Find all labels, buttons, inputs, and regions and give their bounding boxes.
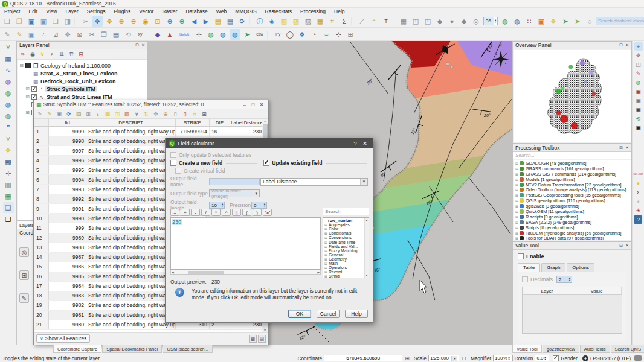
lock-scale-icon[interactable]: ⊓ [460, 354, 468, 362]
heatmap-icon[interactable]: ▣ [536, 16, 547, 27]
show-all-features-button[interactable]: ⊽ Show All Features [36, 334, 90, 343]
cell-fid[interactable]: 9987 [49, 253, 86, 262]
move-feature-icon[interactable]: ✥ [62, 29, 73, 40]
toggle-editing-icon[interactable]: ✎ [14, 29, 25, 40]
cell-descript[interactable]: Strike and dip of bedding, right way up [86, 214, 176, 223]
create-new-field-checkbox[interactable] [170, 160, 176, 166]
function-group[interactable]: ⊞ Geometry [324, 257, 369, 261]
cell-descript[interactable]: Strike and dip of bedding, right way up [86, 165, 176, 174]
copy-features-icon[interactable]: ❐ [98, 29, 109, 40]
dock-tab[interactable]: Spatial Bookmarks Panel [102, 345, 162, 353]
column-header[interactable]: DESCRIPT [86, 119, 176, 126]
crs-label[interactable]: EPSG:2157 (OTF) [590, 355, 631, 361]
expand-icon[interactable]: ⊞ [515, 231, 518, 235]
horizontal-scrollbar[interactable]: ◀ ▶ [170, 270, 321, 275]
cell-fid[interactable]: 9999 [49, 127, 86, 136]
statistical-summary-icon[interactable]: Σ [339, 16, 350, 27]
add-mssql-layer-icon[interactable]: ▩ [3, 156, 14, 167]
layer-item[interactable]: ▦ Strat_&_Struc_Lines_Lexicon [19, 69, 147, 77]
expand-icon[interactable]: ⊞ [515, 161, 518, 165]
table-view-toggle-icon[interactable]: ▦ [249, 335, 257, 343]
function-list-scrollbar[interactable]: ▲ ▼ [364, 218, 369, 278]
row-number[interactable]: 21 [34, 320, 49, 329]
camera-black-icon[interactable]: ▣ [634, 124, 643, 132]
table-select-all-icon[interactable]: ▦ [103, 110, 112, 118]
osm-circle-icon[interactable]: ◯ [285, 29, 295, 40]
attribute-table-titlebar[interactable]: ▦ Struc Symbols ITM :: Features total: 1… [34, 100, 268, 109]
expand-icon[interactable]: ⊞ [515, 215, 518, 219]
help-icon[interactable]: ? [350, 141, 360, 147]
zoom-in-icon[interactable]: ⊕ [116, 16, 127, 27]
cell-descript[interactable]: Strike and dip of bedding, right way up [86, 175, 176, 184]
menu-item[interactable]: Plugins [109, 8, 135, 14]
table-reload-icon[interactable]: ⟳ [65, 110, 73, 118]
composer-manager-icon[interactable]: ◨ [62, 16, 73, 27]
table-select-expression-icon[interactable]: ε [94, 110, 102, 118]
dock-tab[interactable]: Search QMS [611, 345, 644, 353]
expand-icon[interactable]: ⊞ [515, 198, 518, 203]
decoration-copyright-icon[interactable]: ◳ [410, 16, 421, 27]
scrollbar-thumb[interactable] [188, 271, 224, 274]
row-number[interactable]: 16 [34, 272, 49, 281]
row-number[interactable]: 12 [34, 233, 49, 243]
function-group[interactable]: ⊞ Fields and Val... [324, 244, 369, 249]
menu-item[interactable]: View [42, 8, 61, 14]
column-header[interactable]: DIP [210, 119, 230, 126]
add-quote-layer-icon[interactable]: ❞ [3, 122, 14, 133]
cell-fid[interactable]: 9996 [49, 156, 86, 165]
select-features-icon[interactable]: ▨ [279, 16, 289, 27]
expand-icon[interactable]: ⊞ [25, 94, 30, 100]
layer-name[interactable]: Strat and Struc Lines ITM [45, 94, 114, 100]
float-panel-icon[interactable]: ⊡ [619, 43, 623, 48]
column-header[interactable]: STRIKE [176, 119, 210, 126]
zoom-to-selection-icon[interactable]: ⊕ [164, 16, 175, 27]
cell-fid[interactable]: 9994 [49, 175, 86, 184]
zoom-last-icon[interactable]: ◀ [188, 16, 199, 27]
help-plugin-icon[interactable]: ? [634, 215, 642, 224]
table-filter-icon[interactable]: ⊽ [132, 110, 141, 118]
expand-icon[interactable]: ⊞ [515, 209, 518, 214]
field-calculator-titlebar[interactable]: Q Field calculator ? ✕ [166, 138, 373, 148]
dock-tab[interactable]: OSM place search... [163, 345, 213, 353]
overview-pan-icon[interactable]: ⌖ [634, 42, 643, 51]
operator-button[interactable]: '\n' [263, 209, 272, 216]
camera-red-icon[interactable]: ▣ [634, 87, 643, 96]
function-search-input[interactable] [323, 208, 369, 215]
function-group[interactable]: ⊞ Color [324, 227, 369, 231]
cell-descript[interactable]: Strike and dip of bedding, right way up [86, 243, 176, 252]
group-name[interactable]: Geology of Ireland 1:100,000 [39, 63, 112, 69]
cell-descript[interactable]: Strike and dip of bedding, right way up [86, 291, 176, 300]
toolbox-group[interactable]: ⊞ NTV2 Datum Transformations [22 geoalgo… [515, 182, 631, 188]
touch-zoom-icon[interactable]: ➣ [80, 16, 91, 27]
cell-fid[interactable]: 9991 [49, 204, 86, 213]
layer-name[interactable]: Struc Symbols ITM [45, 86, 97, 92]
layer-item[interactable]: ▦ Bedrock_Rock_Unit_Lexicon [19, 77, 147, 85]
cell-descript[interactable]: Strike and dip of bedding, right way up [86, 136, 176, 145]
cell-fid[interactable]: 9989 [49, 233, 86, 243]
dock-tab[interactable]: Value Tool [512, 345, 542, 353]
new-bookmark-icon[interactable]: ▤ [213, 16, 224, 27]
expand-icon[interactable]: ⊞ [515, 183, 518, 187]
close-icon[interactable]: ✕ [257, 102, 266, 107]
collapse-all-icon[interactable]: ⇈ [67, 50, 76, 59]
menu-item[interactable]: Edit [24, 8, 42, 14]
separator[interactable]: ▏ [267, 29, 271, 40]
column-header[interactable]: Label Distance [230, 119, 262, 126]
render-checkbox[interactable] [553, 355, 559, 361]
expand-icon[interactable]: ⊞ [515, 220, 518, 224]
table-multiedit-icon[interactable]: ✎ [45, 110, 54, 118]
add-db2-layer-icon[interactable]: ▥ [3, 179, 14, 190]
zoom-native-icon[interactable]: ◉ [140, 16, 151, 27]
identify-icon[interactable]: ⓘ [254, 16, 265, 27]
layer-name[interactable]: Strat_&_Struc_Lines_Lexicon [39, 71, 119, 77]
cell-descript[interactable]: Strike and dip of bedding, right way up [86, 311, 176, 320]
expand-icon[interactable]: ⊞ [515, 172, 518, 176]
separator[interactable]: ▏ [249, 16, 253, 27]
menu-item[interactable]: Raster [158, 8, 181, 14]
row-number[interactable]: 11 [34, 223, 49, 232]
column-header[interactable]: fid [49, 119, 86, 126]
row-number[interactable]: 15 [34, 262, 49, 272]
output-type-combo[interactable]: Whole number (integer) ▼ [209, 189, 260, 197]
scroll-down-icon[interactable]: ▼ [365, 274, 368, 277]
function-group[interactable]: ⊞ String [324, 274, 369, 278]
